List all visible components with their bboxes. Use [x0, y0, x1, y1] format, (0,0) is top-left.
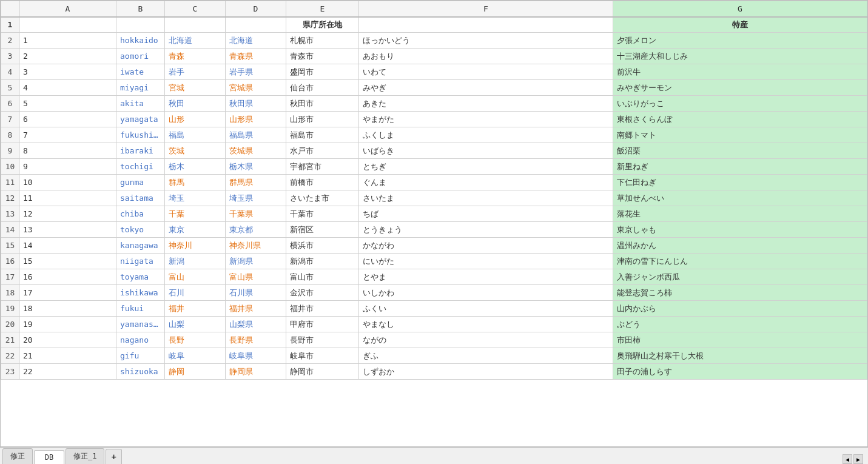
cell-12-e[interactable]: さいたま市: [286, 190, 359, 206]
cell-18-b[interactable]: ishikawa: [116, 285, 165, 301]
cell-9-f[interactable]: いばらき: [359, 143, 613, 159]
cell-9-e[interactable]: 水戸市: [286, 143, 359, 159]
cell-1-f[interactable]: [359, 17, 613, 33]
cell-3-e[interactable]: 青森市: [286, 49, 359, 64]
cell-16-c[interactable]: 新潟: [165, 254, 226, 269]
cell-16-d[interactable]: 新潟県: [226, 254, 286, 269]
cell-10-c[interactable]: 栃木: [165, 159, 226, 175]
cell-16-a[interactable]: 15: [19, 254, 116, 269]
cell-2-d[interactable]: 北海道: [226, 33, 286, 49]
cell-17-c[interactable]: 富山: [165, 269, 226, 285]
cell-8-d[interactable]: 福島県: [226, 127, 286, 143]
cell-10-a[interactable]: 9: [19, 159, 116, 175]
cell-22-a[interactable]: 21: [19, 348, 116, 364]
cell-6-f[interactable]: あきた: [359, 96, 613, 112]
cell-5-d[interactable]: 宮城県: [226, 80, 286, 96]
cell-21-d[interactable]: 長野県: [226, 332, 286, 348]
cell-10-f[interactable]: とちぎ: [359, 159, 613, 175]
cell-15-e[interactable]: 横浜市: [286, 238, 359, 254]
cell-13-f[interactable]: ちば: [359, 206, 613, 222]
cell-17-e[interactable]: 富山市: [286, 269, 359, 285]
cell-15-g[interactable]: 温州みかん: [613, 238, 867, 254]
cell-18-g[interactable]: 能登志賀ころ柿: [613, 285, 867, 301]
cell-15-b[interactable]: kanagawa: [116, 238, 165, 254]
cell-1-a[interactable]: [19, 17, 116, 33]
cell-3-c[interactable]: 青森: [165, 49, 226, 64]
cell-9-c[interactable]: 茨城: [165, 143, 226, 159]
cell-17-f[interactable]: とやま: [359, 269, 613, 285]
tab-修正1[interactable]: 修正_1: [66, 448, 104, 464]
cell-1-c[interactable]: [165, 17, 226, 33]
cell-16-e[interactable]: 新潟市: [286, 254, 359, 269]
cell-21-c[interactable]: 長野: [165, 332, 226, 348]
cell-10-g[interactable]: 新里ねぎ: [613, 159, 867, 175]
cell-1-b[interactable]: [116, 17, 165, 33]
cell-23-g[interactable]: 田子の浦しらす: [613, 364, 867, 380]
cell-1-e[interactable]: 県庁所在地: [286, 17, 359, 33]
cell-8-b[interactable]: fukushima: [116, 127, 165, 143]
cell-11-d[interactable]: 群馬県: [226, 175, 286, 190]
cell-2-e[interactable]: 札幌市: [286, 33, 359, 49]
col-header-b[interactable]: B: [116, 1, 165, 17]
tab-db[interactable]: DB: [34, 450, 64, 464]
cell-3-g[interactable]: 十三湖産大和しじみ: [613, 49, 867, 64]
cell-3-d[interactable]: 青森県: [226, 49, 286, 64]
cell-7-e[interactable]: 山形市: [286, 112, 359, 127]
cell-14-c[interactable]: 東京: [165, 222, 226, 238]
cell-5-g[interactable]: みやぎサーモン: [613, 80, 867, 96]
cell-14-g[interactable]: 東京しゃも: [613, 222, 867, 238]
cell-18-d[interactable]: 石川県: [226, 285, 286, 301]
cell-6-g[interactable]: いぶりがっこ: [613, 96, 867, 112]
cell-13-d[interactable]: 千葉県: [226, 206, 286, 222]
cell-17-g[interactable]: 入善ジャンボ西瓜: [613, 269, 867, 285]
cell-7-g[interactable]: 東根さくらんぼ: [613, 112, 867, 127]
col-header-a[interactable]: A: [19, 1, 116, 17]
cell-5-e[interactable]: 仙台市: [286, 80, 359, 96]
cell-4-e[interactable]: 盛岡市: [286, 64, 359, 80]
cell-15-c[interactable]: 神奈川: [165, 238, 226, 254]
cell-4-g[interactable]: 前沢牛: [613, 64, 867, 80]
cell-2-b[interactable]: hokkaido: [116, 33, 165, 49]
cell-14-e[interactable]: 新宿区: [286, 222, 359, 238]
cell-11-g[interactable]: 下仁田ねぎ: [613, 175, 867, 190]
cell-20-e[interactable]: 甲府市: [286, 317, 359, 332]
cell-19-b[interactable]: fukui: [116, 301, 165, 317]
cell-4-a[interactable]: 3: [19, 64, 116, 80]
cell-5-c[interactable]: 宮城: [165, 80, 226, 96]
cell-2-c[interactable]: 北海道: [165, 33, 226, 49]
tab-scroll-right[interactable]: ▶: [853, 454, 863, 464]
cell-20-g[interactable]: ぶどう: [613, 317, 867, 332]
cell-22-f[interactable]: ぎふ: [359, 348, 613, 364]
cell-13-c[interactable]: 千葉: [165, 206, 226, 222]
cell-13-a[interactable]: 12: [19, 206, 116, 222]
col-header-e[interactable]: E: [286, 1, 359, 17]
cell-11-f[interactable]: ぐんま: [359, 175, 613, 190]
cell-7-c[interactable]: 山形: [165, 112, 226, 127]
cell-12-f[interactable]: さいたま: [359, 190, 613, 206]
cell-1-d[interactable]: [226, 17, 286, 33]
cell-2-a[interactable]: 1: [19, 33, 116, 49]
cell-21-a[interactable]: 20: [19, 332, 116, 348]
cell-8-f[interactable]: ふくしま: [359, 127, 613, 143]
cell-11-e[interactable]: 前橋市: [286, 175, 359, 190]
col-header-d[interactable]: D: [226, 1, 286, 17]
cell-1-g[interactable]: 特産: [613, 17, 867, 33]
cell-23-c[interactable]: 静岡: [165, 364, 226, 380]
cell-3-a[interactable]: 2: [19, 49, 116, 64]
cell-22-g[interactable]: 奥飛騨山之村寒干し大根: [613, 348, 867, 364]
cell-12-d[interactable]: 埼玉県: [226, 190, 286, 206]
cell-23-a[interactable]: 22: [19, 364, 116, 380]
cell-14-d[interactable]: 東京都: [226, 222, 286, 238]
cell-17-d[interactable]: 富山県: [226, 269, 286, 285]
cell-11-b[interactable]: gunma: [116, 175, 165, 190]
col-header-f[interactable]: F: [359, 1, 613, 17]
cell-19-f[interactable]: ふくい: [359, 301, 613, 317]
cell-19-c[interactable]: 福井: [165, 301, 226, 317]
cell-8-c[interactable]: 福島: [165, 127, 226, 143]
cell-5-b[interactable]: miyagi: [116, 80, 165, 96]
cell-10-e[interactable]: 宇都宮市: [286, 159, 359, 175]
cell-7-d[interactable]: 山形県: [226, 112, 286, 127]
cell-6-a[interactable]: 5: [19, 96, 116, 112]
col-header-c[interactable]: C: [165, 1, 226, 17]
cell-11-a[interactable]: 10: [19, 175, 116, 190]
